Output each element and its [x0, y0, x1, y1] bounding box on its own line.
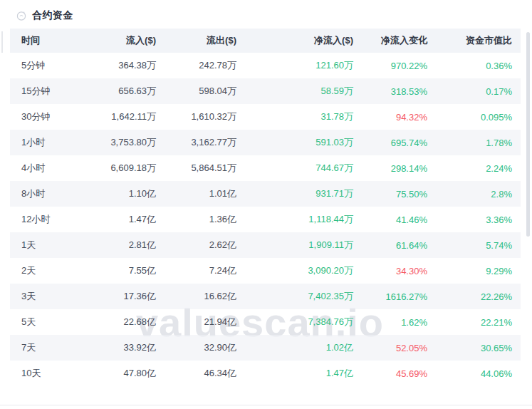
cell-inflow: 1.10亿: [88, 181, 165, 207]
cell-outflow: 1.36亿: [165, 207, 245, 232]
cell-inflow: 1.47亿: [88, 207, 165, 232]
cell-fund-marketcap-ratio: 44.06%: [436, 361, 521, 386]
cell-net-inflow-change: 34.30%: [362, 258, 436, 284]
cell-fund-marketcap-ratio: 22.26%: [436, 284, 521, 309]
cell-net-inflow: 58.59万: [245, 78, 362, 104]
cell-net-inflow: 1,909.11万: [245, 232, 362, 258]
cell-net-inflow-change: 1.62%: [362, 309, 436, 335]
cell-net-inflow: 31.78万: [245, 104, 362, 130]
cell-fund-marketcap-ratio: 3.36%: [436, 207, 521, 232]
cell-fund-marketcap-ratio: 9.29%: [436, 258, 521, 284]
table-row: 5天22.68亿21.94亿7,384.76万1.62%22.21%: [10, 309, 521, 335]
cell-net-inflow-change: 1616.27%: [362, 284, 436, 309]
cell-inflow: 364.38万: [88, 53, 165, 78]
cell-fund-marketcap-ratio: 2.8%: [436, 181, 521, 207]
cell-inflow: 3,753.80万: [88, 130, 165, 155]
cell-net-inflow-change: 318.53%: [362, 78, 436, 104]
cell-time: 30分钟: [10, 104, 88, 130]
cell-inflow: 47.80亿: [88, 361, 165, 386]
cell-time: 3天: [10, 284, 88, 309]
column-header-time: 时间: [10, 29, 88, 53]
cell-inflow: 22.68亿: [88, 309, 165, 335]
cell-net-inflow-change: 94.32%: [362, 104, 436, 130]
cell-time: 2天: [10, 258, 88, 284]
fund-coin-icon: [16, 10, 27, 21]
cell-inflow: 1,642.11万: [88, 104, 165, 130]
cell-outflow: 32.90亿: [165, 335, 245, 361]
cell-fund-marketcap-ratio: 2.24%: [436, 155, 521, 181]
vertical-scrollbar-thumb[interactable]: [526, 32, 530, 237]
column-header-outflow: 流出($): [165, 29, 245, 53]
table-row: 3天17.36亿16.62亿7,402.35万1616.27%22.26%: [10, 284, 521, 309]
column-header-net-inflow: 净流入($): [245, 29, 362, 53]
column-header-net-inflow-change: 净流入变化: [362, 29, 436, 53]
cell-inflow: 2.81亿: [88, 232, 165, 258]
cell-outflow: 1,610.32万: [165, 104, 245, 130]
table-row: 1天2.81亿2.62亿1,909.11万61.64%5.74%: [10, 232, 521, 258]
cell-net-inflow: 3,090.20万: [245, 258, 362, 284]
cell-net-inflow: 7,402.35万: [245, 284, 362, 309]
cell-outflow: 46.34亿: [165, 361, 245, 386]
cell-net-inflow: 591.03万: [245, 130, 362, 155]
cell-outflow: 5,864.51万: [165, 155, 245, 181]
cell-time: 10天: [10, 361, 88, 386]
cell-net-inflow-change: 75.50%: [362, 181, 436, 207]
table-header-row: 时间流入($)流出($)净流入($)净流入变化资金市值比: [10, 29, 521, 53]
cell-time: 5分钟: [10, 53, 88, 78]
cell-fund-marketcap-ratio: 1.78%: [436, 130, 521, 155]
table-row: 7天33.92亿32.90亿1.02亿52.05%30.65%: [10, 335, 521, 361]
cell-inflow: 6,609.18万: [88, 155, 165, 181]
table-row: 4小时6,609.18万5,864.51万744.67万298.14%2.24%: [10, 155, 521, 181]
cell-net-inflow-change: 45.69%: [362, 361, 436, 386]
table-row: 5分钟364.38万242.78万121.60万970.22%0.36%: [10, 53, 521, 78]
table-row: 30分钟1,642.11万1,610.32万31.78万94.32%0.095%: [10, 104, 521, 130]
cell-net-inflow-change: 695.74%: [362, 130, 436, 155]
cell-net-inflow-change: 61.64%: [362, 232, 436, 258]
cell-outflow: 2.62亿: [165, 232, 245, 258]
cell-outflow: 7.24亿: [165, 258, 245, 284]
cell-net-inflow-change: 52.05%: [362, 335, 436, 361]
cell-time: 5天: [10, 309, 88, 335]
cell-time: 12小时: [10, 207, 88, 232]
cell-fund-marketcap-ratio: 0.095%: [436, 104, 521, 130]
cell-net-inflow: 7,384.76万: [245, 309, 362, 335]
cell-fund-marketcap-ratio: 0.17%: [436, 78, 521, 104]
cell-inflow: 17.36亿: [88, 284, 165, 309]
cell-time: 8小时: [10, 181, 88, 207]
cell-outflow: 1.01亿: [165, 181, 245, 207]
panel-title: 合约资金: [32, 9, 73, 22]
cell-outflow: 3,162.77万: [165, 130, 245, 155]
cell-net-inflow-change: 970.22%: [362, 53, 436, 78]
column-header-inflow: 流入($): [88, 29, 165, 53]
table-row: 12小时1.47亿1.36亿1,118.44万41.46%3.36%: [10, 207, 521, 232]
cell-net-inflow: 744.67万: [245, 155, 362, 181]
cell-net-inflow: 931.71万: [245, 181, 362, 207]
table-row: 15分钟656.63万598.04万58.59万318.53%0.17%: [10, 78, 521, 104]
cell-outflow: 21.94亿: [165, 309, 245, 335]
contract-funds-panel: 合约资金 valuescan.io 时间流入($)流出($)净流入($)净流入变…: [0, 0, 532, 409]
cell-net-inflow: 121.60万: [245, 53, 362, 78]
table-row: 10天47.80亿46.34亿1.47亿45.69%44.06%: [10, 361, 521, 386]
cell-net-inflow: 1.47亿: [245, 361, 362, 386]
cell-net-inflow: 1.02亿: [245, 335, 362, 361]
cell-time: 4小时: [10, 155, 88, 181]
cell-fund-marketcap-ratio: 5.74%: [436, 232, 521, 258]
cell-outflow: 16.62亿: [165, 284, 245, 309]
contract-funds-table: 时间流入($)流出($)净流入($)净流入变化资金市值比 5分钟364.38万2…: [10, 29, 521, 386]
cell-net-inflow-change: 298.14%: [362, 155, 436, 181]
cell-time: 1小时: [10, 130, 88, 155]
cell-net-inflow-change: 41.46%: [362, 207, 436, 232]
panel-title-row: 合约资金: [0, 0, 532, 29]
cell-inflow: 656.63万: [88, 78, 165, 104]
table-body: 5分钟364.38万242.78万121.60万970.22%0.36%15分钟…: [10, 53, 521, 386]
cell-inflow: 7.55亿: [88, 258, 165, 284]
cell-net-inflow: 1,118.44万: [245, 207, 362, 232]
cell-outflow: 598.04万: [165, 78, 245, 104]
cell-time: 15分钟: [10, 78, 88, 104]
table-row: 1小时3,753.80万3,162.77万591.03万695.74%1.78%: [10, 130, 521, 155]
cell-fund-marketcap-ratio: 0.36%: [436, 53, 521, 78]
cell-time: 7天: [10, 335, 88, 361]
cell-time: 1天: [10, 232, 88, 258]
table-row: 8小时1.10亿1.01亿931.71万75.50%2.8%: [10, 181, 521, 207]
cell-fund-marketcap-ratio: 30.65%: [436, 335, 521, 361]
